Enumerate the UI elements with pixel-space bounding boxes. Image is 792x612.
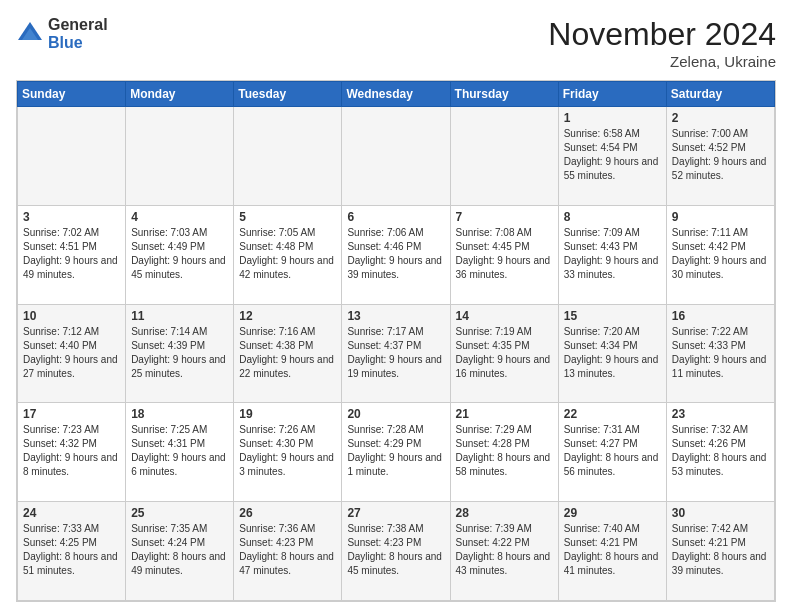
calendar-header-row: Sunday Monday Tuesday Wednesday Thursday… <box>18 82 775 107</box>
day-cell-4-3: 27Sunrise: 7:38 AM Sunset: 4:23 PM Dayli… <box>342 502 450 601</box>
day-cell-3-4: 21Sunrise: 7:29 AM Sunset: 4:28 PM Dayli… <box>450 403 558 502</box>
day-info: Sunrise: 7:02 AM Sunset: 4:51 PM Dayligh… <box>23 226 120 282</box>
day-info: Sunrise: 7:40 AM Sunset: 4:21 PM Dayligh… <box>564 522 661 578</box>
day-number: 6 <box>347 210 444 224</box>
day-cell-2-4: 14Sunrise: 7:19 AM Sunset: 4:35 PM Dayli… <box>450 304 558 403</box>
logo-general-text: General <box>48 16 108 34</box>
day-number: 10 <box>23 309 120 323</box>
day-cell-1-5: 8Sunrise: 7:09 AM Sunset: 4:43 PM Daylig… <box>558 205 666 304</box>
week-row-1: 1Sunrise: 6:58 AM Sunset: 4:54 PM Daylig… <box>18 107 775 206</box>
day-cell-3-2: 19Sunrise: 7:26 AM Sunset: 4:30 PM Dayli… <box>234 403 342 502</box>
day-cell-1-1: 4Sunrise: 7:03 AM Sunset: 4:49 PM Daylig… <box>126 205 234 304</box>
col-saturday: Saturday <box>666 82 774 107</box>
day-cell-0-3 <box>342 107 450 206</box>
day-cell-2-1: 11Sunrise: 7:14 AM Sunset: 4:39 PM Dayli… <box>126 304 234 403</box>
day-info: Sunrise: 7:05 AM Sunset: 4:48 PM Dayligh… <box>239 226 336 282</box>
col-sunday: Sunday <box>18 82 126 107</box>
day-info: Sunrise: 7:17 AM Sunset: 4:37 PM Dayligh… <box>347 325 444 381</box>
day-info: Sunrise: 7:06 AM Sunset: 4:46 PM Dayligh… <box>347 226 444 282</box>
header: General Blue November 2024 Zelena, Ukrai… <box>16 16 776 70</box>
day-number: 5 <box>239 210 336 224</box>
location: Zelena, Ukraine <box>548 53 776 70</box>
day-info: Sunrise: 7:11 AM Sunset: 4:42 PM Dayligh… <box>672 226 769 282</box>
day-info: Sunrise: 7:28 AM Sunset: 4:29 PM Dayligh… <box>347 423 444 479</box>
day-number: 1 <box>564 111 661 125</box>
day-cell-0-6: 2Sunrise: 7:00 AM Sunset: 4:52 PM Daylig… <box>666 107 774 206</box>
col-thursday: Thursday <box>450 82 558 107</box>
day-number: 27 <box>347 506 444 520</box>
day-cell-0-1 <box>126 107 234 206</box>
day-info: Sunrise: 7:20 AM Sunset: 4:34 PM Dayligh… <box>564 325 661 381</box>
day-number: 28 <box>456 506 553 520</box>
day-info: Sunrise: 7:14 AM Sunset: 4:39 PM Dayligh… <box>131 325 228 381</box>
day-number: 18 <box>131 407 228 421</box>
day-number: 30 <box>672 506 769 520</box>
day-cell-2-0: 10Sunrise: 7:12 AM Sunset: 4:40 PM Dayli… <box>18 304 126 403</box>
day-cell-3-6: 23Sunrise: 7:32 AM Sunset: 4:26 PM Dayli… <box>666 403 774 502</box>
day-cell-4-5: 29Sunrise: 7:40 AM Sunset: 4:21 PM Dayli… <box>558 502 666 601</box>
day-info: Sunrise: 6:58 AM Sunset: 4:54 PM Dayligh… <box>564 127 661 183</box>
col-friday: Friday <box>558 82 666 107</box>
day-info: Sunrise: 7:39 AM Sunset: 4:22 PM Dayligh… <box>456 522 553 578</box>
day-cell-0-5: 1Sunrise: 6:58 AM Sunset: 4:54 PM Daylig… <box>558 107 666 206</box>
day-info: Sunrise: 7:26 AM Sunset: 4:30 PM Dayligh… <box>239 423 336 479</box>
day-number: 25 <box>131 506 228 520</box>
day-info: Sunrise: 7:12 AM Sunset: 4:40 PM Dayligh… <box>23 325 120 381</box>
day-cell-2-5: 15Sunrise: 7:20 AM Sunset: 4:34 PM Dayli… <box>558 304 666 403</box>
day-info: Sunrise: 7:00 AM Sunset: 4:52 PM Dayligh… <box>672 127 769 183</box>
day-cell-4-6: 30Sunrise: 7:42 AM Sunset: 4:21 PM Dayli… <box>666 502 774 601</box>
day-number: 29 <box>564 506 661 520</box>
day-cell-4-2: 26Sunrise: 7:36 AM Sunset: 4:23 PM Dayli… <box>234 502 342 601</box>
day-info: Sunrise: 7:38 AM Sunset: 4:23 PM Dayligh… <box>347 522 444 578</box>
day-info: Sunrise: 7:36 AM Sunset: 4:23 PM Dayligh… <box>239 522 336 578</box>
day-cell-1-4: 7Sunrise: 7:08 AM Sunset: 4:45 PM Daylig… <box>450 205 558 304</box>
day-number: 21 <box>456 407 553 421</box>
day-info: Sunrise: 7:32 AM Sunset: 4:26 PM Dayligh… <box>672 423 769 479</box>
day-number: 19 <box>239 407 336 421</box>
day-number: 3 <box>23 210 120 224</box>
day-cell-3-0: 17Sunrise: 7:23 AM Sunset: 4:32 PM Dayli… <box>18 403 126 502</box>
day-number: 22 <box>564 407 661 421</box>
day-info: Sunrise: 7:23 AM Sunset: 4:32 PM Dayligh… <box>23 423 120 479</box>
logo-text: General Blue <box>48 16 108 51</box>
day-cell-1-6: 9Sunrise: 7:11 AM Sunset: 4:42 PM Daylig… <box>666 205 774 304</box>
day-cell-0-2 <box>234 107 342 206</box>
logo-icon <box>16 20 44 48</box>
day-info: Sunrise: 7:25 AM Sunset: 4:31 PM Dayligh… <box>131 423 228 479</box>
day-info: Sunrise: 7:29 AM Sunset: 4:28 PM Dayligh… <box>456 423 553 479</box>
week-row-5: 24Sunrise: 7:33 AM Sunset: 4:25 PM Dayli… <box>18 502 775 601</box>
day-info: Sunrise: 7:03 AM Sunset: 4:49 PM Dayligh… <box>131 226 228 282</box>
week-row-2: 3Sunrise: 7:02 AM Sunset: 4:51 PM Daylig… <box>18 205 775 304</box>
day-number: 24 <box>23 506 120 520</box>
col-wednesday: Wednesday <box>342 82 450 107</box>
day-cell-2-6: 16Sunrise: 7:22 AM Sunset: 4:33 PM Dayli… <box>666 304 774 403</box>
day-cell-3-1: 18Sunrise: 7:25 AM Sunset: 4:31 PM Dayli… <box>126 403 234 502</box>
day-cell-3-5: 22Sunrise: 7:31 AM Sunset: 4:27 PM Dayli… <box>558 403 666 502</box>
day-cell-0-0 <box>18 107 126 206</box>
day-number: 11 <box>131 309 228 323</box>
day-number: 2 <box>672 111 769 125</box>
day-cell-4-4: 28Sunrise: 7:39 AM Sunset: 4:22 PM Dayli… <box>450 502 558 601</box>
title-block: November 2024 Zelena, Ukraine <box>548 16 776 70</box>
day-number: 17 <box>23 407 120 421</box>
day-cell-1-2: 5Sunrise: 7:05 AM Sunset: 4:48 PM Daylig… <box>234 205 342 304</box>
logo: General Blue <box>16 16 108 51</box>
logo-blue-text: Blue <box>48 34 108 52</box>
col-monday: Monday <box>126 82 234 107</box>
page: General Blue November 2024 Zelena, Ukrai… <box>0 0 792 612</box>
day-cell-2-3: 13Sunrise: 7:17 AM Sunset: 4:37 PM Dayli… <box>342 304 450 403</box>
day-number: 14 <box>456 309 553 323</box>
day-number: 4 <box>131 210 228 224</box>
day-number: 16 <box>672 309 769 323</box>
day-cell-4-1: 25Sunrise: 7:35 AM Sunset: 4:24 PM Dayli… <box>126 502 234 601</box>
day-cell-2-2: 12Sunrise: 7:16 AM Sunset: 4:38 PM Dayli… <box>234 304 342 403</box>
day-number: 26 <box>239 506 336 520</box>
day-number: 12 <box>239 309 336 323</box>
day-number: 8 <box>564 210 661 224</box>
month-title: November 2024 <box>548 16 776 53</box>
calendar: Sunday Monday Tuesday Wednesday Thursday… <box>16 80 776 602</box>
week-row-3: 10Sunrise: 7:12 AM Sunset: 4:40 PM Dayli… <box>18 304 775 403</box>
col-tuesday: Tuesday <box>234 82 342 107</box>
day-info: Sunrise: 7:22 AM Sunset: 4:33 PM Dayligh… <box>672 325 769 381</box>
day-info: Sunrise: 7:42 AM Sunset: 4:21 PM Dayligh… <box>672 522 769 578</box>
